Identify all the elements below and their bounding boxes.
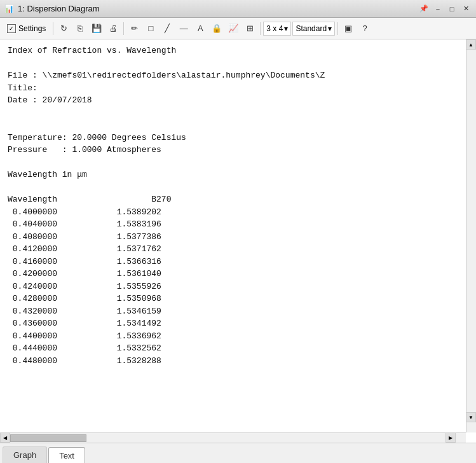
content-text: Index of Refraction vs. Wavelength File …: [8, 45, 468, 206]
table-row: 0.4320000 1.5346159: [8, 305, 468, 318]
separator-3: [260, 22, 261, 35]
title-bar: 📊 1: Dispersion Diagram 📌 − □ ✕: [0, 0, 476, 18]
refresh-button[interactable]: ↻: [56, 21, 71, 36]
separator-2: [123, 22, 124, 35]
monitor-button[interactable]: ▣: [341, 21, 356, 36]
file-line: File : \\zmefs01\redirectedfolders\alast…: [8, 71, 325, 80]
minus-button[interactable]: —: [176, 21, 191, 36]
chart-button[interactable]: 📈: [226, 21, 241, 36]
tab-bar: Graph Text: [0, 443, 476, 463]
standard-dropdown[interactable]: Standard ▾: [292, 22, 335, 36]
table-row: 0.4280000 1.5350968: [8, 293, 468, 305]
settings-check-icon: ✓: [7, 24, 16, 33]
pin-button[interactable]: 📌: [418, 3, 430, 15]
help-button[interactable]: ?: [357, 21, 372, 36]
scroll-left-button[interactable]: ◀: [0, 432, 10, 443]
tab-text[interactable]: Text: [48, 447, 85, 463]
pressure-line: Pressure : 1.0000 Atmospheres: [8, 145, 161, 155]
app-icon: 📊: [4, 4, 14, 14]
line-button[interactable]: ╱: [160, 21, 175, 36]
standard-label: Standard: [296, 24, 327, 33]
scroll-right-button[interactable]: ▶: [445, 432, 456, 443]
standard-chevron-icon: ▾: [328, 24, 332, 33]
tab-graph-label: Graph: [13, 450, 36, 460]
heading: Index of Refraction vs. Wavelength: [8, 46, 176, 55]
date-line: Date : 20/07/2018: [8, 95, 92, 105]
main-container: Index of Refraction vs. Wavelength File …: [0, 39, 476, 443]
settings-button[interactable]: ✓ Settings: [3, 21, 50, 36]
toolbar: ✓ Settings ↻ ⎘ 💾 🖨 ✏ □ ╱ — A 🔒 📈 ⊞ 3 x 4…: [0, 18, 476, 39]
grid-chevron-icon: ▾: [284, 24, 288, 33]
rect-button[interactable]: □: [143, 21, 158, 36]
table-row: 0.4200000 1.5361040: [8, 268, 468, 280]
table-row: 0.4240000 1.5355926: [8, 280, 468, 293]
title-bar-left: 📊 1: Dispersion Diagram: [4, 4, 100, 14]
content-area[interactable]: Index of Refraction vs. Wavelength File …: [0, 39, 476, 443]
tab-graph[interactable]: Graph: [3, 446, 47, 463]
vertical-scrollbar[interactable]: ▲ ▼: [466, 39, 476, 432]
window-title: 1: Dispersion Diagram: [18, 4, 100, 13]
title-line: Title:: [8, 83, 37, 93]
temperature-line: Temperature: 20.0000 Degrees Celsius: [8, 133, 186, 142]
settings-label: Settings: [18, 24, 46, 33]
close-button[interactable]: ✕: [459, 3, 472, 15]
scroll-thumb-horizontal[interactable]: [10, 434, 86, 442]
table-row: 0.4080000 1.5377386: [8, 231, 468, 244]
pen-button[interactable]: ✏: [126, 21, 142, 36]
grid-label: 3 x 4: [266, 24, 283, 33]
scroll-up-button[interactable]: ▲: [466, 39, 476, 50]
scroll-down-button[interactable]: ▼: [466, 412, 476, 422]
table-row: 0.4160000 1.5366316: [8, 256, 468, 268]
wavelength-unit-line: Wavelength in μm: [8, 170, 87, 179]
maximize-button[interactable]: □: [445, 3, 458, 15]
save-button[interactable]: 💾: [89, 21, 104, 36]
table-row: 0.4360000 1.5341492: [8, 317, 468, 330]
data-table: 0.4000000 1.5389202 0.4040000 1.5383196 …: [8, 206, 468, 368]
table-header: Wavelength B270: [8, 195, 171, 204]
grid-dropdown[interactable]: 3 x 4 ▾: [263, 22, 291, 36]
table-row: 0.4400000 1.5336962: [8, 330, 468, 343]
minimize-button[interactable]: −: [432, 3, 444, 15]
horizontal-scrollbar[interactable]: ◀ ▶: [0, 432, 466, 443]
title-bar-controls: 📌 − □ ✕: [418, 3, 472, 15]
text-button[interactable]: A: [193, 21, 208, 36]
tab-text-label: Text: [59, 451, 74, 460]
table-row: 0.4120000 1.5371762: [8, 243, 468, 256]
table-row: 0.4480000 1.5328288: [8, 355, 468, 368]
lock-button[interactable]: 🔒: [209, 21, 224, 36]
table-row: 0.4000000 1.5389202: [8, 206, 468, 219]
print-button[interactable]: 🖨: [105, 21, 121, 36]
table-row: 0.4440000 1.5332562: [8, 342, 468, 355]
separator-1: [53, 22, 53, 35]
separator-4: [337, 22, 338, 35]
table-row: 0.4040000 1.5383196: [8, 218, 468, 231]
layers-button[interactable]: ⊞: [242, 21, 257, 36]
copy-button[interactable]: ⎘: [72, 21, 88, 36]
